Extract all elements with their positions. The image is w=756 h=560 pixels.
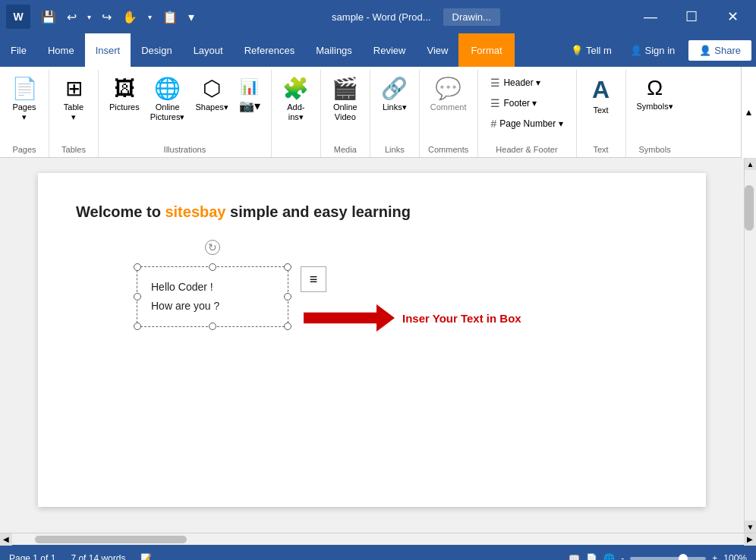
- ribbon-video-button[interactable]: 🎬 OnlineVideo: [327, 73, 364, 134]
- ribbon-items-headerfooter: ☰ Header ▾ ☰ Footer ▾ # Page Number ▾: [486, 73, 567, 143]
- scrollbar-vertical[interactable]: ▲ ▼: [744, 158, 756, 533]
- textbox-selected[interactable]: Hello Coder ! How are you ?: [137, 266, 288, 327]
- proofing-icon: 📝: [140, 553, 152, 560]
- zoom-minus-button[interactable]: -: [621, 553, 624, 560]
- sign-in-button[interactable]: 👤 Sign in: [621, 45, 684, 56]
- menu-references[interactable]: References: [234, 33, 305, 67]
- ribbon-header-button[interactable]: ☰ Header ▾: [486, 73, 567, 93]
- ribbon-screenshot-button[interactable]: 📷▾: [235, 97, 265, 117]
- menu-review[interactable]: Review: [363, 33, 417, 67]
- menu-design[interactable]: Design: [131, 33, 182, 67]
- person-icon: 👤: [630, 45, 642, 56]
- ribbon-links-button[interactable]: 🔗 Links▾: [376, 73, 413, 134]
- scroll-left-button[interactable]: ◀: [0, 533, 12, 546]
- heading-after: simple and easy learning: [226, 203, 411, 220]
- handle-bottom-right[interactable]: [284, 322, 291, 330]
- minimize-button[interactable]: —: [633, 5, 668, 29]
- touch-arrow[interactable]: ▾: [143, 10, 156, 24]
- menu-view[interactable]: View: [416, 33, 458, 67]
- scroll-up-button[interactable]: ▲: [745, 158, 757, 170]
- ribbon-text-button[interactable]: A Text: [583, 73, 619, 134]
- table-icon: ⊞: [65, 76, 83, 101]
- drawing-tab[interactable]: Drawin...: [443, 8, 500, 26]
- quick-access-button[interactable]: 📋: [158, 7, 182, 27]
- title-bar-left: W 💾 ↩ ▾ ↪ ✋ ▾ 📋 ▾: [6, 5, 199, 29]
- ribbon-group-illustrations: 🖼 Pictures 🌐 OnlinePictures▾ ⬡ Shapes▾ 📊…: [99, 70, 272, 157]
- print-layout-icon[interactable]: 📄: [586, 553, 597, 560]
- zoom-plus-button[interactable]: +: [712, 553, 717, 560]
- handle-middle-left[interactable]: [134, 293, 141, 300]
- ribbon-items-tables: ⊞ Table▾: [55, 73, 92, 143]
- share-button[interactable]: 👤 Share: [688, 40, 751, 61]
- menu-home[interactable]: Home: [37, 33, 85, 67]
- heading-before: Welcome to: [76, 203, 165, 220]
- links-group-label: Links: [385, 143, 405, 154]
- document-title: sample - Word (Prod...: [332, 11, 431, 23]
- ribbon-group-symbols: Ω Symbols▾ Symbols: [626, 70, 684, 157]
- scroll-horizontal-thumb[interactable]: [35, 536, 187, 543]
- restore-button[interactable]: ☐: [674, 5, 709, 29]
- ribbon-items-symbols: Ω Symbols▾: [632, 73, 678, 143]
- scroll-thumb[interactable]: [745, 185, 754, 231]
- header-label: Header ▾: [503, 77, 540, 88]
- rotate-handle[interactable]: ↻: [205, 240, 220, 255]
- zoom-slider[interactable]: [630, 557, 706, 560]
- handle-middle-right[interactable]: [284, 293, 291, 300]
- menu-insert[interactable]: Insert: [85, 33, 131, 67]
- ribbon-pictures-button[interactable]: 🖼 Pictures: [105, 73, 144, 134]
- ribbon-pagenumber-button[interactable]: # Page Number ▾: [486, 114, 567, 134]
- ribbon: 📄 Pages▾ Pages ⊞ Table▾ Tables 🖼 Picture…: [0, 67, 756, 158]
- handle-bottom-middle[interactable]: [209, 322, 216, 330]
- pictures-label: Pictures: [109, 102, 140, 112]
- ribbon-symbols-button[interactable]: Ω Symbols▾: [632, 73, 678, 134]
- ribbon-comment-button[interactable]: 💬 Comment: [426, 73, 471, 134]
- header-footer-col: ☰ Header ▾ ☰ Footer ▾ # Page Number ▾: [486, 73, 567, 134]
- menu-mailings[interactable]: Mailings: [305, 33, 363, 67]
- pagenumber-icon: #: [490, 118, 496, 130]
- menu-format[interactable]: Format: [458, 33, 514, 67]
- ribbon-collapse-button[interactable]: ▲: [741, 67, 756, 158]
- table-label: Table▾: [64, 102, 83, 122]
- ribbon-addins-button[interactable]: 🧩 Add-ins▾: [278, 73, 314, 134]
- ribbon-items-pages: 📄 Pages▾: [6, 73, 43, 143]
- ribbon-extra-col: 📊 📷▾: [235, 73, 265, 117]
- read-mode-icon[interactable]: 📖: [569, 553, 580, 560]
- undo-button[interactable]: ↩: [62, 7, 81, 27]
- handle-top-middle[interactable]: [209, 263, 216, 271]
- scroll-down-button[interactable]: ▼: [745, 521, 757, 533]
- handle-bottom-left[interactable]: [134, 322, 141, 330]
- ribbon-online-pictures-button[interactable]: 🌐 OnlinePictures▾: [146, 73, 190, 134]
- layout-options-button[interactable]: ≡: [301, 266, 326, 292]
- close-button[interactable]: ✕: [715, 5, 750, 29]
- sign-in-label: Sign in: [645, 45, 676, 56]
- tell-me[interactable]: 💡 Tell m: [562, 45, 621, 56]
- ribbon-group-headerfooter: ☰ Header ▾ ☰ Footer ▾ # Page Number ▾ He…: [478, 70, 577, 157]
- scroll-track: [745, 170, 756, 521]
- ribbon-chart-button[interactable]: 📊: [235, 76, 265, 96]
- menu-file[interactable]: File: [0, 33, 37, 67]
- touch-button[interactable]: ✋: [118, 7, 142, 27]
- pages-icon: 📄: [11, 76, 38, 101]
- handle-top-left[interactable]: [134, 263, 141, 271]
- zoom-slider-thumb[interactable]: [679, 554, 688, 560]
- web-layout-icon[interactable]: 🌐: [603, 553, 615, 560]
- ribbon-shapes-button[interactable]: ⬡ Shapes▾: [191, 73, 233, 134]
- ribbon-table-button[interactable]: ⊞ Table▾: [55, 73, 92, 134]
- save-button[interactable]: 💾: [36, 7, 61, 27]
- ribbon-footer-button[interactable]: ☰ Footer ▾: [486, 93, 567, 113]
- ribbon-pages-button[interactable]: 📄 Pages▾: [6, 73, 43, 134]
- header-icon: ☰: [490, 77, 500, 89]
- handle-top-right[interactable]: [284, 263, 291, 271]
- ribbon-items-links: 🔗 Links▾: [376, 73, 413, 143]
- pin-button[interactable]: ▾: [184, 7, 199, 27]
- scrollbar-horizontal[interactable]: ◀ ▶: [0, 533, 756, 545]
- ribbon-wrapper: 📄 Pages▾ Pages ⊞ Table▾ Tables 🖼 Picture…: [0, 67, 756, 158]
- scroll-right-button[interactable]: ▶: [744, 533, 756, 546]
- pagenumber-label: Page Number ▾: [499, 118, 562, 129]
- textbox-content: Hello Coder ! How are you ?: [151, 278, 274, 316]
- undo-arrow[interactable]: ▾: [83, 10, 96, 24]
- ribbon-items-illustrations: 🖼 Pictures 🌐 OnlinePictures▾ ⬡ Shapes▾ 📊…: [105, 73, 265, 143]
- redo-button[interactable]: ↪: [97, 7, 116, 27]
- menu-layout[interactable]: Layout: [183, 33, 234, 67]
- footer-icon: ☰: [490, 97, 500, 109]
